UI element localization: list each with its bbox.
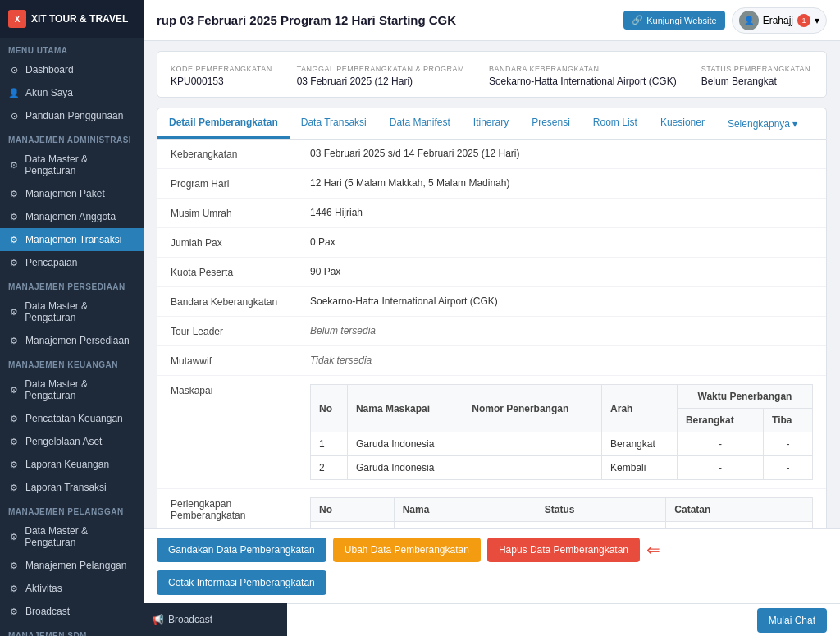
logo-icon: X <box>8 10 26 28</box>
detail-value: 12 Hari (5 Malam Makkah, 5 Malam Madinah… <box>310 177 813 189</box>
th-status: Status <box>536 498 666 522</box>
user-menu[interactable]: 👤 Erahajj 1 ▾ <box>732 7 827 34</box>
tab-presensi[interactable]: Presensi <box>520 108 582 139</box>
cell-nama: Garuda Indonesia <box>347 432 463 456</box>
sidebar-item-pengelolaan-aset[interactable]: ⚙ Pengelolaan Aset <box>0 430 144 453</box>
sidebar-item-label: Data Master & Pengaturan <box>25 378 135 401</box>
broadcast-icon: 📢 <box>152 614 164 625</box>
cell-berangkat: - <box>677 456 763 480</box>
bandara-field: BANDARA KEBERANGKATAN Soekarno-Hatta Int… <box>489 62 677 87</box>
tab-detail-pemberangkatan[interactable]: Detail Pemberangkatan <box>158 108 290 139</box>
sidebar-item-label: Data Master & Pengaturan <box>25 525 135 548</box>
mulai-chat-button[interactable]: Mulai Chat <box>757 608 827 633</box>
sidebar-item-laporan-keuangan[interactable]: ⚙ Laporan Keuangan <box>0 453 144 476</box>
detail-row-jumlah-pax: Jumlah Pax 0 Pax <box>158 228 826 258</box>
detail-label: Program Hari <box>171 177 310 190</box>
sidebar-item-label: Manajemen Persediaan <box>25 335 130 346</box>
tab-data-manifest[interactable]: Data Manifest <box>378 108 462 139</box>
section-title-menu-utama: MENU UTAMA <box>0 38 144 58</box>
cell-catatan <box>666 522 813 529</box>
kode-pemberangkatan-field: KODE PEMBERANGKATAN KPU000153 <box>171 62 272 87</box>
settings-icon: ⚙ <box>8 532 19 542</box>
tab-kuesioner[interactable]: Kuesioner <box>649 108 716 139</box>
sidebar-item-dashboard[interactable]: ⊙ Dashboard <box>0 58 144 81</box>
info-card: KODE PEMBERANGKATAN KPU000153 TANGGAL PE… <box>157 51 827 98</box>
report-icon: ⚙ <box>8 460 20 470</box>
footer-right: Mulai Chat <box>287 603 840 636</box>
sidebar-item-label: Panduan Penggunaan <box>25 110 123 121</box>
kode-label: KODE PEMBERANGKATAN <box>171 65 272 73</box>
detail-label: Musim Umrah <box>171 207 310 219</box>
cell-berangkat: - <box>677 432 763 456</box>
sidebar-item-manajemen-paket[interactable]: ⚙ Manajemen Paket <box>0 182 144 205</box>
tab-data-transaksi[interactable]: Data Transaksi <box>290 108 378 139</box>
sidebar-item-manajemen-anggota[interactable]: ⚙ Manajemen Anggota <box>0 205 144 228</box>
sidebar-item-pencatatan-keuangan[interactable]: ⚙ Pencatatan Keuangan <box>0 407 144 430</box>
sidebar-item-label: Aktivitas <box>25 583 62 594</box>
sidebar-item-data-master-admin[interactable]: ⚙ Data Master & Pengaturan <box>0 148 144 182</box>
detail-label: Mutawwif <box>171 355 310 367</box>
sidebar-item-data-master-persediaan[interactable]: ⚙ Data Master & Pengaturan <box>0 295 144 329</box>
cell-tiba: - <box>764 456 813 480</box>
detail-label: Keberangkatan <box>171 148 310 160</box>
detail-row-musim: Musim Umrah 1446 Hijriah <box>158 199 826 228</box>
sidebar-item-broadcast[interactable]: ⚙ Broadcast <box>0 600 144 623</box>
page-title: rup 03 Februari 2025 Program 12 Hari Sta… <box>157 13 456 27</box>
member-icon: ⚙ <box>8 212 20 222</box>
cell-nama: Banner <box>394 522 536 529</box>
asset-icon: ⚙ <box>8 437 20 447</box>
perlengkapan-table-container: No Nama Status Catatan 1 Banner × <box>310 497 813 528</box>
sidebar-item-label: Manajemen Transaksi <box>25 234 121 245</box>
table-row: 1 Garuda Indonesia Berangkat - - <box>311 432 813 456</box>
sidebar-item-aktivitas[interactable]: ⚙ Aktivitas <box>0 577 144 600</box>
user-name: Erahajj <box>763 15 793 26</box>
sidebar-item-manajemen-transaksi[interactable]: ⚙ Manajemen Transaksi <box>0 228 144 251</box>
detail-label: PerlengkapanPemberangkatan <box>171 497 310 521</box>
detail-row-kuota: Kuota Peserta 90 Pax <box>158 258 826 287</box>
table-row: 2 Garuda Indonesia Kembali - - <box>311 456 813 480</box>
section-title-admin: MANAJEMEN ADMINISTRASI <box>0 127 144 148</box>
activity-icon: ⚙ <box>8 583 20 594</box>
section-title-pelanggan: MANAJEMEN PELANGGAN <box>0 499 144 519</box>
sidebar-item-data-master-keuangan[interactable]: ⚙ Data Master & Pengaturan <box>0 373 144 407</box>
sidebar-item-label: Manajemen Paket <box>25 188 105 199</box>
th-nama: Nama <box>394 498 536 522</box>
sidebar-item-data-master-pelanggan[interactable]: ⚙ Data Master & Pengaturan <box>0 519 144 554</box>
sidebar-item-label: Dashboard <box>25 64 74 75</box>
tab-itinerary[interactable]: Itinerary <box>462 108 520 139</box>
sidebar-item-label: Laporan Keuangan <box>25 459 109 470</box>
sidebar-item-akun-saya[interactable]: 👤 Akun Saya <box>0 81 144 104</box>
sidebar-item-laporan-transaksi[interactable]: ⚙ Laporan Transaksi <box>0 476 144 499</box>
tab-room-list[interactable]: Room List <box>582 108 649 139</box>
sidebar-item-manajemen-persediaan[interactable]: ⚙ Manajemen Persediaan <box>0 329 144 352</box>
hapus-button[interactable]: Hapus Data Pemberangkatan <box>487 538 640 562</box>
visit-website-button[interactable]: 🔗 Kunjungi Website <box>623 11 724 30</box>
th-nomor-penerbangan: Nomor Penerbangan <box>463 385 602 432</box>
ubah-button[interactable]: Ubah Data Pemberangkatan <box>333 538 481 562</box>
sidebar-item-pencapaian[interactable]: ⚙ Pencapaian <box>0 251 144 274</box>
th-no: No <box>311 385 348 432</box>
status-value: Belum Berangkat <box>701 75 810 87</box>
sidebar-item-manajemen-pelanggan[interactable]: ⚙ Manajemen Pelanggan <box>0 554 144 577</box>
detail-row-mutawwif: Mutawwif Tidak tersedia <box>158 346 826 376</box>
cetak-button[interactable]: Cetak Informasi Pemberangkatan <box>157 570 326 595</box>
sidebar-item-panduan[interactable]: ⊙ Panduan Penggunaan <box>0 104 144 127</box>
section-title-persediaan: MANAJEMEN PERSEDIAAN <box>0 274 144 295</box>
section-title-sdm: MANAJEMEN SDM <box>0 623 144 636</box>
settings-icon: ⚙ <box>8 160 19 171</box>
detail-label: Maskapai <box>171 384 310 396</box>
detail-value: 0 Pax <box>310 236 813 248</box>
th-nama-maskapai: Nama Maskapai <box>347 385 463 432</box>
cell-no: 2 <box>311 456 348 480</box>
th-berangkat: Berangkat <box>677 409 763 432</box>
tab-more[interactable]: Selengkapnya ▾ <box>716 108 809 139</box>
app-name: XIT TOUR & TRAVEL <box>31 13 128 25</box>
sidebar-item-label: Data Master & Pengaturan <box>25 300 135 323</box>
gandakan-button[interactable]: Gandakan Data Pemberangkatan <box>157 538 326 562</box>
broadcast-button[interactable]: 📢 Broadcast <box>152 614 212 625</box>
maskapai-table-container: No Nama Maskapai Nomor Penerbangan Arah … <box>310 384 813 480</box>
app-logo: X XIT TOUR & TRAVEL <box>0 0 144 38</box>
detail-value: Tidak tersedia <box>310 355 813 366</box>
tabs-row: Detail Pemberangkatan Data Transaksi Dat… <box>157 108 827 139</box>
detail-row-perlengkapan: PerlengkapanPemberangkatan No Nama Statu… <box>158 489 826 528</box>
